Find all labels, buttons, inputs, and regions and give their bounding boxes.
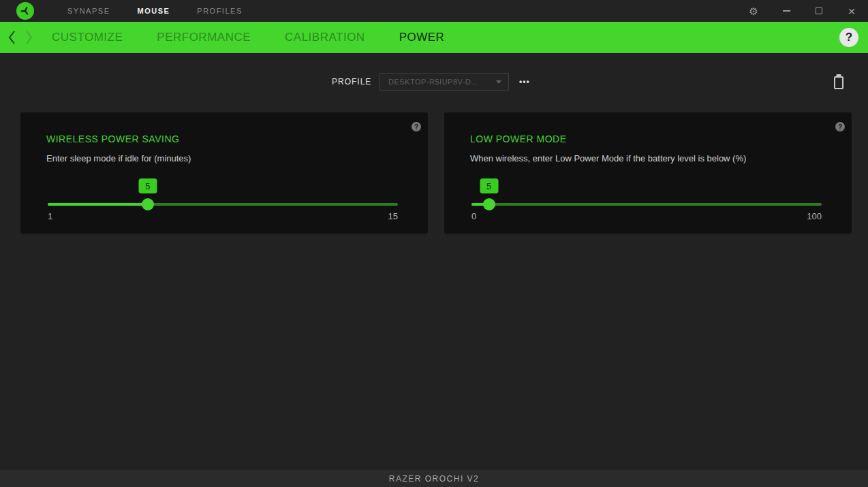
razer-triskelion-glyph bbox=[20, 5, 31, 16]
tab-customize[interactable]: CUSTOMIZE bbox=[52, 22, 123, 53]
tooltip-help-icon[interactable]: ? bbox=[412, 122, 421, 131]
back-button[interactable] bbox=[4, 22, 20, 53]
slider-value-badge: 5 bbox=[138, 178, 157, 193]
tooltip-help-icon[interactable]: ? bbox=[835, 122, 845, 131]
tab-synapse[interactable]: SYNAPSE bbox=[67, 0, 110, 22]
slider-value-badge: 5 bbox=[480, 178, 498, 193]
close-button[interactable]: × bbox=[835, 0, 868, 22]
profile-more-options-button[interactable]: ••• bbox=[515, 74, 534, 90]
slider-labels: 1 15 bbox=[48, 211, 398, 221]
sub-tabs: CUSTOMIZE PERFORMANCE CALIBRATION POWER bbox=[52, 22, 444, 53]
device-subnav: CUSTOMIZE PERFORMANCE CALIBRATION POWER bbox=[0, 22, 868, 53]
slider-max-label: 100 bbox=[807, 211, 822, 221]
chevron-down-icon bbox=[496, 80, 501, 84]
window-controls: ⚙ × bbox=[737, 0, 868, 22]
battery-threshold-slider[interactable]: 5 0 100 bbox=[471, 177, 822, 225]
ellipsis-icon: ••• bbox=[519, 77, 530, 87]
chevron-right-icon bbox=[24, 29, 33, 46]
slider-max-label: 15 bbox=[388, 211, 398, 221]
idle-timeout-slider[interactable]: 5 1 15 bbox=[48, 177, 398, 225]
slider-min-label: 0 bbox=[471, 211, 476, 221]
help-button[interactable]: ? bbox=[839, 28, 858, 47]
battery-nub bbox=[837, 74, 841, 76]
profile-dropdown[interactable]: DESKTOP-R5IUP8V-D... bbox=[379, 73, 509, 91]
settings-button[interactable]: ⚙ bbox=[737, 0, 770, 22]
app-tabs: SYNAPSE MOUSE PROFILES bbox=[67, 0, 243, 22]
tab-profiles[interactable]: PROFILES bbox=[197, 0, 242, 22]
card-title: WIRELESS POWER SAVING bbox=[46, 133, 179, 144]
slider-track[interactable] bbox=[471, 203, 822, 206]
tab-mouse[interactable]: MOUSE bbox=[137, 0, 170, 22]
profile-selected-value: DESKTOP-R5IUP8V-D... bbox=[380, 78, 496, 86]
device-footer: RAZER OROCHI V2 bbox=[0, 470, 868, 487]
profile-label: PROFILE bbox=[332, 77, 371, 87]
tab-power[interactable]: POWER bbox=[399, 22, 445, 53]
card-description: When wireless, enter Low Power Mode if t… bbox=[470, 153, 746, 163]
titlebar: SYNAPSE MOUSE PROFILES ⚙ × bbox=[0, 0, 868, 22]
maximize-button[interactable] bbox=[803, 0, 835, 22]
low-power-mode-card: LOW POWER MODE When wireless, enter Low … bbox=[444, 112, 852, 234]
maximize-icon bbox=[816, 7, 822, 14]
battery-icon bbox=[834, 76, 843, 89]
minimize-button[interactable] bbox=[770, 0, 803, 22]
forward-button[interactable] bbox=[20, 22, 37, 53]
question-mark-icon: ? bbox=[846, 31, 852, 44]
slider-min-label: 1 bbox=[48, 211, 52, 221]
slider-thumb[interactable] bbox=[142, 198, 154, 210]
wireless-power-saving-card: WIRELESS POWER SAVING Enter sleep mode i… bbox=[20, 112, 428, 234]
device-name: RAZER OROCHI V2 bbox=[389, 474, 480, 484]
gear-icon: ⚙ bbox=[749, 6, 758, 16]
razer-synapse-window: SYNAPSE MOUSE PROFILES ⚙ × bbox=[0, 0, 868, 487]
tab-performance[interactable]: PERFORMANCE bbox=[157, 22, 251, 53]
razer-logo-icon[interactable] bbox=[16, 2, 34, 20]
card-description: Enter sleep mode if idle for (minutes) bbox=[46, 153, 191, 163]
slider-fill bbox=[48, 203, 148, 206]
card-title: LOW POWER MODE bbox=[470, 133, 567, 144]
slider-labels: 0 100 bbox=[471, 211, 822, 221]
slider-thumb[interactable] bbox=[483, 198, 495, 210]
minimize-icon bbox=[783, 10, 790, 12]
chevron-left-icon bbox=[7, 29, 17, 46]
tab-calibration[interactable]: CALIBRATION bbox=[285, 22, 365, 53]
close-icon: × bbox=[848, 5, 855, 18]
